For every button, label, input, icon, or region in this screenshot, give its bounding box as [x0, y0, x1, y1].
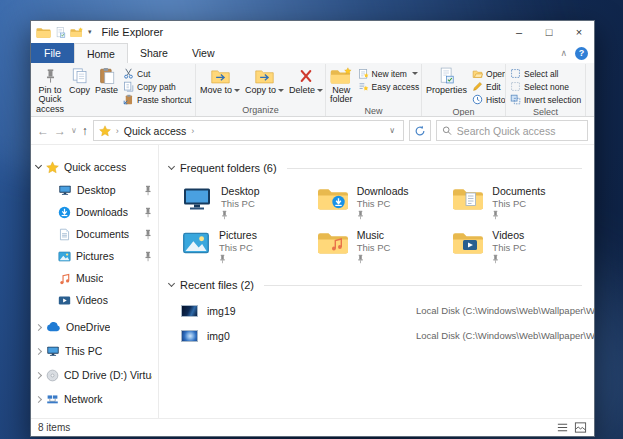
- edit-label: Edit: [486, 82, 501, 92]
- ribbon: Pin to Quick access Copy Paste Cut: [31, 63, 594, 117]
- sidebar-item-quick-access[interactable]: Quick access: [31, 155, 158, 179]
- folder-tile-pictures[interactable]: Pictures This PC: [181, 228, 311, 268]
- sidebar-item-pictures[interactable]: Pictures: [31, 245, 158, 267]
- properties-button[interactable]: Properties: [424, 65, 469, 95]
- close-button[interactable]: ×: [564, 21, 594, 43]
- folder-tile-downloads[interactable]: Downloads This PC: [317, 184, 447, 224]
- qat-properties-icon[interactable]: [55, 27, 66, 38]
- chevron-right-icon[interactable]: [35, 371, 42, 378]
- folder-tile-videos[interactable]: Videos This PC: [452, 228, 582, 268]
- frequent-folders-header[interactable]: Frequent folders (6): [165, 159, 584, 177]
- pinned-icon: [219, 254, 257, 264]
- address-dropdown-icon[interactable]: ∨: [386, 126, 398, 135]
- easy-access-icon: [358, 81, 369, 92]
- chevron-right-icon[interactable]: [35, 323, 42, 330]
- breadcrumb-separator-icon[interactable]: ›: [191, 126, 194, 136]
- copy-icon: [71, 66, 89, 85]
- copy-path-label: Copy path: [137, 82, 176, 92]
- pin-to-quick-access-button[interactable]: Pin to Quick access: [34, 65, 66, 114]
- breadcrumb[interactable]: › Quick access › ∨: [93, 120, 404, 141]
- select-none-button[interactable]: Select none: [508, 80, 583, 93]
- history-icon: [472, 94, 483, 105]
- open-label: Open: [486, 69, 506, 79]
- open-group-label: Open: [424, 106, 503, 116]
- select-all-button[interactable]: Select all: [508, 67, 583, 80]
- sidebar-item-documents[interactable]: Documents: [31, 223, 158, 245]
- forward-icon[interactable]: →: [54, 124, 66, 138]
- window-title: File Explorer: [102, 26, 164, 38]
- details-view-icon[interactable]: [556, 421, 569, 434]
- sidebar-item-videos[interactable]: Videos: [31, 289, 158, 311]
- sidebar-item-onedrive[interactable]: OneDrive: [31, 315, 158, 339]
- sidebar-item-downloads[interactable]: Downloads: [31, 201, 158, 223]
- cut-icon: [123, 68, 134, 79]
- easy-access-button[interactable]: Easy access: [356, 80, 422, 93]
- chevron-right-icon[interactable]: [35, 395, 42, 402]
- copy-button[interactable]: Copy: [67, 65, 92, 95]
- pinned-icon: [357, 210, 409, 220]
- tab-view[interactable]: View: [180, 43, 227, 63]
- copy-to-button[interactable]: Copy to: [243, 65, 286, 95]
- collapse-section-icon[interactable]: [168, 163, 175, 170]
- breadcrumb-location[interactable]: Quick access: [124, 125, 186, 137]
- main-area: Quick access Desktop Downloads Documents: [31, 145, 594, 418]
- invert-selection-icon: [510, 94, 521, 105]
- move-to-label: Move to: [200, 86, 232, 95]
- sidebar-item-music[interactable]: Music: [31, 267, 158, 289]
- copy-path-button[interactable]: Copy path: [121, 80, 193, 93]
- chevron-down-icon[interactable]: [35, 162, 42, 169]
- recent-locations-dropdown-icon[interactable]: ∨: [71, 126, 77, 135]
- qat-customize-dropdown-icon[interactable]: ▾: [88, 28, 92, 36]
- new-item-label: New item: [372, 69, 407, 79]
- delete-button[interactable]: Delete: [287, 65, 325, 95]
- recent-file-row[interactable]: img0 Local Disk (C:\Windows\Web\Wallpape…: [181, 323, 584, 348]
- quick-access-star-icon: [99, 125, 111, 137]
- paste-shortcut-button[interactable]: Paste shortcut: [121, 93, 193, 106]
- move-to-button[interactable]: Move to: [198, 65, 242, 95]
- new-item-icon: [358, 68, 369, 79]
- folder-tile-desktop[interactable]: Desktop This PC: [181, 184, 311, 224]
- qat-new-folder-icon[interactable]: [70, 27, 83, 38]
- back-icon[interactable]: ←: [37, 124, 49, 138]
- new-folder-button[interactable]: New folder: [328, 65, 355, 105]
- maximize-button[interactable]: □: [534, 21, 564, 43]
- edit-button[interactable]: Edit: [470, 80, 506, 93]
- open-button[interactable]: Open: [470, 67, 506, 80]
- recent-file-row[interactable]: img19 Local Disk (C:\Windows\Web\Wallpap…: [181, 298, 584, 323]
- minimize-button[interactable]: –: [504, 21, 534, 43]
- collapse-section-icon[interactable]: [168, 280, 175, 287]
- cut-button[interactable]: Cut: [121, 67, 193, 80]
- sidebar-item-label: Videos: [76, 294, 108, 306]
- search-input[interactable]: [457, 125, 582, 137]
- new-item-button[interactable]: New item: [356, 67, 422, 80]
- sidebar-item-this-pc[interactable]: This PC: [31, 339, 158, 363]
- tab-file[interactable]: File: [31, 43, 74, 63]
- sidebar-item-desktop[interactable]: Desktop: [31, 179, 158, 201]
- search-box: [436, 120, 588, 141]
- sidebar-item-cd-drive[interactable]: CD Drive (D:) Virtuall: [31, 363, 158, 387]
- downloads-icon: [58, 206, 71, 219]
- paste-button[interactable]: Paste: [93, 65, 120, 95]
- invert-selection-label: Invert selection: [524, 95, 581, 105]
- quick-access-toolbar: ▾: [36, 26, 92, 39]
- ribbon-group-new: New folder New item Easy access: [326, 64, 422, 116]
- sidebar-item-network[interactable]: Network: [31, 387, 158, 411]
- cd-drive-icon: [46, 369, 59, 382]
- tab-share[interactable]: Share: [128, 43, 180, 63]
- up-icon[interactable]: ↑: [82, 124, 88, 138]
- minimize-ribbon-icon[interactable]: ∧: [560, 48, 567, 58]
- image-thumbnail: [181, 305, 198, 317]
- folder-tile-music[interactable]: Music This PC: [317, 228, 447, 268]
- recent-files-header[interactable]: Recent files (2): [165, 276, 584, 294]
- folder-tile-documents[interactable]: Documents This PC: [452, 184, 582, 224]
- invert-selection-button[interactable]: Invert selection: [508, 93, 583, 106]
- history-button[interactable]: History: [470, 93, 506, 106]
- refresh-button[interactable]: [409, 120, 431, 141]
- sidebar-item-label: This PC: [65, 345, 102, 357]
- thumbnail-view-icon[interactable]: [574, 421, 587, 434]
- help-icon[interactable]: ?: [575, 47, 588, 60]
- folder-name: Downloads: [357, 185, 409, 198]
- chevron-right-icon[interactable]: [35, 347, 42, 354]
- tab-home[interactable]: Home: [74, 43, 128, 63]
- copy-to-icon: [255, 66, 274, 85]
